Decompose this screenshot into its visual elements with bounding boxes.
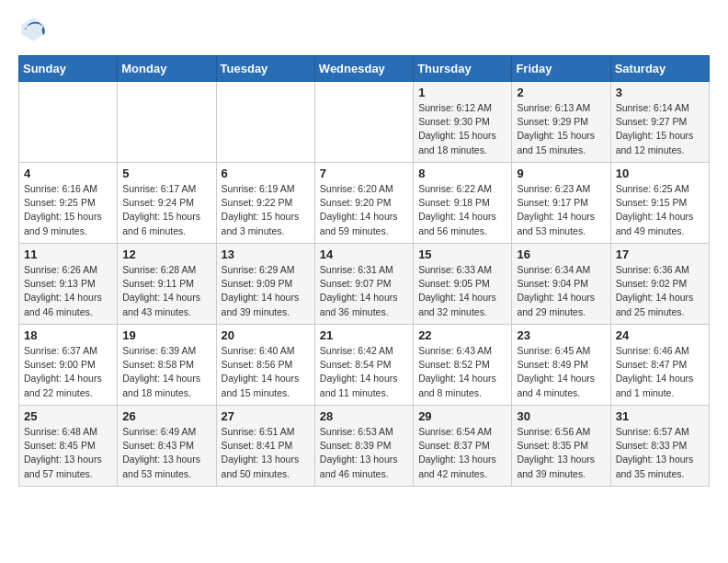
logo-icon	[18, 15, 48, 44]
calendar-cell: 12Sunrise: 6:28 AM Sunset: 9:11 PM Dayli…	[118, 244, 216, 325]
day-number: 2	[517, 86, 605, 99]
calendar-cell: 31Sunrise: 6:57 AM Sunset: 8:33 PM Dayli…	[610, 406, 709, 487]
calendar-cell	[216, 82, 314, 163]
calendar-header-row: SundayMondayTuesdayWednesdayThursdayFrid…	[19, 56, 710, 82]
day-number: 5	[122, 167, 210, 180]
calendar-cell: 5Sunrise: 6:17 AM Sunset: 9:24 PM Daylig…	[118, 163, 216, 244]
calendar-cell	[314, 82, 413, 163]
day-number: 7	[320, 167, 408, 180]
day-info: Sunrise: 6:36 AM Sunset: 9:02 PM Dayligh…	[616, 263, 704, 319]
calendar-cell: 15Sunrise: 6:33 AM Sunset: 9:05 PM Dayli…	[414, 244, 512, 325]
page: SundayMondayTuesdayWednesdayThursdayFrid…	[0, 0, 728, 501]
calendar-cell: 21Sunrise: 6:42 AM Sunset: 8:54 PM Dayli…	[314, 325, 413, 406]
day-number: 25	[24, 409, 112, 423]
day-info: Sunrise: 6:43 AM Sunset: 8:52 PM Dayligh…	[418, 344, 506, 400]
header-saturday: Saturday	[610, 56, 709, 82]
day-number: 23	[517, 328, 605, 342]
day-info: Sunrise: 6:56 AM Sunset: 8:35 PM Dayligh…	[517, 425, 605, 481]
day-info: Sunrise: 6:23 AM Sunset: 9:17 PM Dayligh…	[517, 182, 605, 238]
calendar-cell: 3Sunrise: 6:14 AM Sunset: 9:27 PM Daylig…	[610, 82, 709, 163]
day-number: 16	[517, 247, 605, 261]
day-number: 31	[616, 409, 704, 423]
calendar-cell: 1Sunrise: 6:12 AM Sunset: 9:30 PM Daylig…	[414, 82, 512, 163]
day-info: Sunrise: 6:40 AM Sunset: 8:56 PM Dayligh…	[222, 344, 310, 400]
day-info: Sunrise: 6:25 AM Sunset: 9:15 PM Dayligh…	[616, 182, 704, 238]
calendar-cell: 8Sunrise: 6:22 AM Sunset: 9:18 PM Daylig…	[414, 163, 512, 244]
week-row-1: 4Sunrise: 6:16 AM Sunset: 9:25 PM Daylig…	[19, 163, 710, 244]
day-info: Sunrise: 6:22 AM Sunset: 9:18 PM Dayligh…	[418, 182, 506, 238]
calendar-cell: 13Sunrise: 6:29 AM Sunset: 9:09 PM Dayli…	[216, 244, 314, 325]
day-number: 19	[122, 328, 210, 342]
day-info: Sunrise: 6:53 AM Sunset: 8:39 PM Dayligh…	[320, 425, 408, 481]
calendar-cell: 27Sunrise: 6:51 AM Sunset: 8:41 PM Dayli…	[216, 406, 314, 487]
logo	[18, 15, 51, 44]
day-number: 24	[616, 328, 704, 342]
calendar-cell	[118, 82, 216, 163]
day-number: 9	[517, 167, 605, 180]
day-number: 1	[418, 86, 506, 99]
day-info: Sunrise: 6:39 AM Sunset: 8:58 PM Dayligh…	[122, 344, 210, 400]
day-number: 22	[418, 328, 506, 342]
header-sunday: Sunday	[19, 56, 118, 82]
header	[18, 15, 710, 44]
week-row-0: 1Sunrise: 6:12 AM Sunset: 9:30 PM Daylig…	[19, 82, 710, 163]
day-info: Sunrise: 6:54 AM Sunset: 8:37 PM Dayligh…	[418, 425, 506, 481]
day-number: 30	[517, 409, 605, 423]
day-number: 14	[320, 247, 408, 261]
day-info: Sunrise: 6:46 AM Sunset: 8:47 PM Dayligh…	[616, 344, 704, 400]
day-number: 12	[122, 247, 210, 261]
calendar-cell: 17Sunrise: 6:36 AM Sunset: 9:02 PM Dayli…	[610, 244, 709, 325]
header-wednesday: Wednesday	[314, 56, 413, 82]
day-info: Sunrise: 6:16 AM Sunset: 9:25 PM Dayligh…	[24, 182, 112, 238]
calendar-cell: 26Sunrise: 6:49 AM Sunset: 8:43 PM Dayli…	[118, 406, 216, 487]
calendar-cell: 7Sunrise: 6:20 AM Sunset: 9:20 PM Daylig…	[314, 163, 413, 244]
day-number: 18	[24, 328, 112, 342]
header-monday: Monday	[118, 56, 216, 82]
day-info: Sunrise: 6:28 AM Sunset: 9:11 PM Dayligh…	[122, 263, 210, 319]
day-info: Sunrise: 6:51 AM Sunset: 8:41 PM Dayligh…	[222, 425, 310, 481]
day-info: Sunrise: 6:29 AM Sunset: 9:09 PM Dayligh…	[222, 263, 310, 319]
calendar-cell: 30Sunrise: 6:56 AM Sunset: 8:35 PM Dayli…	[512, 406, 610, 487]
day-number: 4	[24, 167, 112, 180]
day-number: 15	[418, 247, 506, 261]
day-info: Sunrise: 6:31 AM Sunset: 9:07 PM Dayligh…	[320, 263, 408, 319]
calendar-cell: 4Sunrise: 6:16 AM Sunset: 9:25 PM Daylig…	[19, 163, 118, 244]
header-tuesday: Tuesday	[216, 56, 314, 82]
day-number: 20	[222, 328, 310, 342]
week-row-4: 25Sunrise: 6:48 AM Sunset: 8:45 PM Dayli…	[19, 406, 710, 487]
day-info: Sunrise: 6:37 AM Sunset: 9:00 PM Dayligh…	[24, 344, 112, 400]
calendar-cell: 25Sunrise: 6:48 AM Sunset: 8:45 PM Dayli…	[19, 406, 118, 487]
calendar-cell: 28Sunrise: 6:53 AM Sunset: 8:39 PM Dayli…	[314, 406, 413, 487]
calendar-cell: 24Sunrise: 6:46 AM Sunset: 8:47 PM Dayli…	[610, 325, 709, 406]
calendar-cell: 9Sunrise: 6:23 AM Sunset: 9:17 PM Daylig…	[512, 163, 610, 244]
day-info: Sunrise: 6:48 AM Sunset: 8:45 PM Dayligh…	[24, 425, 112, 481]
calendar-cell: 16Sunrise: 6:34 AM Sunset: 9:04 PM Dayli…	[512, 244, 610, 325]
calendar-cell	[19, 82, 118, 163]
day-number: 11	[24, 247, 112, 261]
calendar-cell: 6Sunrise: 6:19 AM Sunset: 9:22 PM Daylig…	[216, 163, 314, 244]
day-number: 28	[320, 409, 408, 423]
day-info: Sunrise: 6:17 AM Sunset: 9:24 PM Dayligh…	[122, 182, 210, 238]
day-info: Sunrise: 6:49 AM Sunset: 8:43 PM Dayligh…	[122, 425, 210, 481]
day-info: Sunrise: 6:20 AM Sunset: 9:20 PM Dayligh…	[320, 182, 408, 238]
header-thursday: Thursday	[414, 56, 512, 82]
day-number: 17	[616, 247, 704, 261]
day-number: 3	[616, 86, 704, 99]
day-info: Sunrise: 6:57 AM Sunset: 8:33 PM Dayligh…	[616, 425, 704, 481]
day-number: 6	[222, 167, 310, 180]
day-info: Sunrise: 6:33 AM Sunset: 9:05 PM Dayligh…	[418, 263, 506, 319]
day-info: Sunrise: 6:14 AM Sunset: 9:27 PM Dayligh…	[616, 101, 704, 157]
day-info: Sunrise: 6:26 AM Sunset: 9:13 PM Dayligh…	[24, 263, 112, 319]
week-row-2: 11Sunrise: 6:26 AM Sunset: 9:13 PM Dayli…	[19, 244, 710, 325]
day-info: Sunrise: 6:42 AM Sunset: 8:54 PM Dayligh…	[320, 344, 408, 400]
day-info: Sunrise: 6:19 AM Sunset: 9:22 PM Dayligh…	[222, 182, 310, 238]
calendar-cell: 20Sunrise: 6:40 AM Sunset: 8:56 PM Dayli…	[216, 325, 314, 406]
day-number: 21	[320, 328, 408, 342]
day-number: 10	[616, 167, 704, 180]
day-info: Sunrise: 6:12 AM Sunset: 9:30 PM Dayligh…	[418, 101, 506, 157]
calendar-cell: 10Sunrise: 6:25 AM Sunset: 9:15 PM Dayli…	[610, 163, 709, 244]
calendar-cell: 11Sunrise: 6:26 AM Sunset: 9:13 PM Dayli…	[19, 244, 118, 325]
calendar-cell: 19Sunrise: 6:39 AM Sunset: 8:58 PM Dayli…	[118, 325, 216, 406]
day-number: 29	[418, 409, 506, 423]
calendar-cell: 18Sunrise: 6:37 AM Sunset: 9:00 PM Dayli…	[19, 325, 118, 406]
